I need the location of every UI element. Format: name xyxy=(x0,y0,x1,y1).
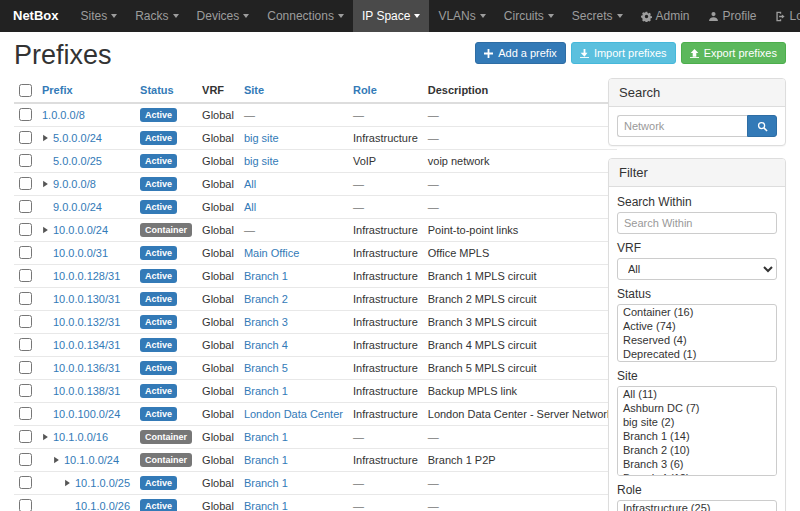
table-row: 10.0.0.136/31ActiveGlobalBranch 5Infrast… xyxy=(14,356,617,379)
role-listbox-option[interactable]: Infrastructure (25) xyxy=(618,501,776,511)
row-checkbox[interactable] xyxy=(19,200,32,213)
nav-item-sites[interactable]: Sites xyxy=(72,0,127,32)
role-listbox[interactable]: Infrastructure (25)Management (8)Private… xyxy=(617,500,777,511)
row-checkbox[interactable] xyxy=(19,246,32,259)
row-checkbox[interactable] xyxy=(19,361,32,374)
prefix-link[interactable]: 10.1.0.0/26 xyxy=(75,500,130,511)
site-link[interactable]: All xyxy=(244,178,256,190)
status-listbox-option[interactable]: Container (16) xyxy=(618,305,776,319)
column-header-role[interactable]: Role xyxy=(348,78,423,103)
nav-item-vlans[interactable]: VLANs xyxy=(429,0,494,32)
brand[interactable]: NetBox xyxy=(0,0,72,32)
import-prefixes-button[interactable]: Import prefixes xyxy=(571,42,676,64)
nav-item-devices[interactable]: Devices xyxy=(188,0,259,32)
prefix-link[interactable]: 5.0.0.0/25 xyxy=(53,155,102,167)
site-link[interactable]: Branch 1 xyxy=(244,431,288,443)
prefix-link[interactable]: 10.0.0.132/31 xyxy=(53,316,120,328)
export-prefixes-button[interactable]: Export prefixes xyxy=(681,42,786,64)
prefix-link[interactable]: 10.0.0.128/31 xyxy=(53,270,120,282)
site-link[interactable]: Branch 4 xyxy=(244,339,288,351)
select-all-checkbox[interactable] xyxy=(19,84,32,97)
row-checkbox[interactable] xyxy=(19,292,32,305)
row-checkbox[interactable] xyxy=(19,499,32,511)
prefix-link[interactable]: 10.1.0.0/16 xyxy=(53,431,108,443)
nav-item-ip-space[interactable]: IP Space xyxy=(353,0,429,32)
row-checkbox[interactable] xyxy=(19,177,32,190)
vrf-select[interactable]: All xyxy=(617,258,777,280)
expand-arrow-icon[interactable] xyxy=(42,226,49,234)
nav-item-connections[interactable]: Connections xyxy=(258,0,353,32)
site-link[interactable]: Branch 1 xyxy=(244,385,288,397)
site-link[interactable]: Branch 2 xyxy=(244,293,288,305)
column-header-status[interactable]: Status xyxy=(135,78,197,103)
column-header-site[interactable]: Site xyxy=(239,78,348,103)
nav-item-profile[interactable]: Profile xyxy=(699,0,766,32)
site-listbox-option[interactable]: Branch 4 (12) xyxy=(618,471,776,476)
site-link[interactable]: Branch 1 xyxy=(244,454,288,466)
prefix-link[interactable]: 5.0.0.0/24 xyxy=(53,132,102,144)
row-checkbox[interactable] xyxy=(19,154,32,167)
prefix-link[interactable]: 10.0.0.130/31 xyxy=(53,293,120,305)
prefix-link[interactable]: 10.0.0.136/31 xyxy=(53,362,120,374)
site-listbox[interactable]: All (11)Ashburn DC (7)big site (2)Branch… xyxy=(617,386,777,476)
prefix-link[interactable]: 1.0.0.0/8 xyxy=(42,109,85,121)
prefix-link[interactable]: 10.0.0.0/31 xyxy=(53,247,108,259)
site-listbox-option[interactable]: Branch 3 (6) xyxy=(618,457,776,471)
nav-item-circuits[interactable]: Circuits xyxy=(495,0,563,32)
add-a-prefix-button[interactable]: Add a prefix xyxy=(475,42,566,64)
status-listbox-option[interactable]: Reserved (4) xyxy=(618,333,776,347)
site-link[interactable]: Branch 3 xyxy=(244,316,288,328)
status-listbox-option[interactable]: Deprecated (1) xyxy=(618,347,776,361)
site-listbox-option[interactable]: All (11) xyxy=(618,387,776,401)
expand-arrow-icon[interactable] xyxy=(64,479,71,487)
site-listbox-option[interactable]: Branch 1 (14) xyxy=(618,429,776,443)
row-checkbox[interactable] xyxy=(19,384,32,397)
nav-item-racks[interactable]: Racks xyxy=(126,0,187,32)
search-button[interactable] xyxy=(747,115,777,137)
status-listbox[interactable]: Container (16)Active (74)Reserved (4)Dep… xyxy=(617,304,777,362)
prefix-link[interactable]: 10.0.0.0/24 xyxy=(53,224,108,236)
search-input[interactable] xyxy=(617,115,747,137)
column-header-prefix[interactable]: Prefix xyxy=(37,78,135,103)
expand-arrow-icon[interactable] xyxy=(53,456,60,464)
site-link[interactable]: Branch 1 xyxy=(244,500,288,511)
site-link[interactable]: London Data Center xyxy=(244,408,343,420)
row-checkbox[interactable] xyxy=(19,269,32,282)
nav-item-secrets[interactable]: Secrets xyxy=(563,0,632,32)
prefix-link[interactable]: 10.1.0.0/24 xyxy=(64,454,119,466)
row-checkbox[interactable] xyxy=(19,338,32,351)
row-checkbox[interactable] xyxy=(19,315,32,328)
row-checkbox[interactable] xyxy=(19,131,32,144)
site-link[interactable]: Branch 1 xyxy=(244,477,288,489)
table-row: 10.1.0.0/16ContainerGlobalBranch 1—— xyxy=(14,425,617,448)
prefix-link[interactable]: 9.0.0.0/24 xyxy=(53,201,102,213)
site-link[interactable]: big site xyxy=(244,155,279,167)
expand-arrow-icon[interactable] xyxy=(42,180,49,188)
site-link[interactable]: big site xyxy=(244,132,279,144)
status-listbox-option[interactable]: Active (74) xyxy=(618,319,776,333)
search-within-input[interactable] xyxy=(617,212,777,234)
prefix-link[interactable]: 9.0.0.0/8 xyxy=(53,178,96,190)
row-checkbox[interactable] xyxy=(19,430,32,443)
site-link[interactable]: Main Office xyxy=(244,247,299,259)
site-listbox-option[interactable]: Ashburn DC (7) xyxy=(618,401,776,415)
site-link[interactable]: Branch 5 xyxy=(244,362,288,374)
site-cell: Branch 4 xyxy=(239,333,348,356)
site-listbox-option[interactable]: Branch 2 (10) xyxy=(618,443,776,457)
site-listbox-option[interactable]: big site (2) xyxy=(618,415,776,429)
prefix-link[interactable]: 10.1.0.0/25 xyxy=(75,477,130,489)
prefix-link[interactable]: 10.0.0.134/31 xyxy=(53,339,120,351)
expand-arrow-icon[interactable] xyxy=(42,134,49,142)
row-checkbox[interactable] xyxy=(19,407,32,420)
row-checkbox[interactable] xyxy=(19,108,32,121)
nav-item-admin[interactable]: Admin xyxy=(632,0,699,32)
row-checkbox[interactable] xyxy=(19,453,32,466)
site-link[interactable]: All xyxy=(244,201,256,213)
expand-arrow-icon[interactable] xyxy=(42,433,49,441)
row-checkbox[interactable] xyxy=(19,476,32,489)
nav-item-log-out[interactable]: Log out xyxy=(766,0,800,32)
prefix-link[interactable]: 10.0.0.138/31 xyxy=(53,385,120,397)
prefix-link[interactable]: 10.0.100.0/24 xyxy=(53,408,120,420)
site-link[interactable]: Branch 1 xyxy=(244,270,288,282)
row-checkbox[interactable] xyxy=(19,223,32,236)
